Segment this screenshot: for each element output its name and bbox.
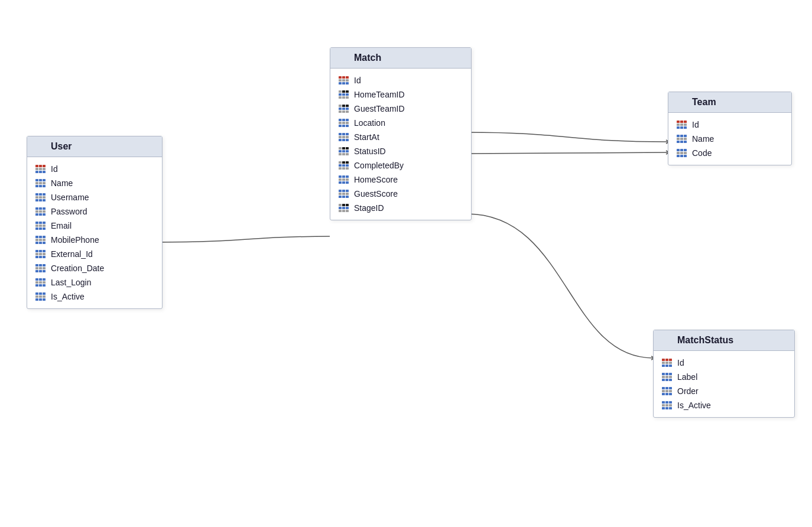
table-row: Id [27,162,162,176]
user-table-header: User [27,136,162,157]
field-name: HomeScore [354,175,398,184]
table-row: StageID [330,201,471,215]
table-row: External_Id [27,247,162,261]
table-row: Order [654,384,794,398]
field-name: Is_Active [51,292,85,301]
table-row: GuestScore [330,187,471,201]
field-name: MobilePhone [51,235,99,245]
user-table: User Id Name Username Password Email [27,136,163,309]
field-name: GuestTeamID [354,104,405,113]
matchstatus-table: MatchStatus Id Label Order Is_Active [653,330,795,418]
field-name: StatusID [354,147,386,156]
table-row: Creation_Date [27,261,162,275]
diagram-canvas: User Id Name Username Password Email [0,0,812,527]
field-name: Id [692,120,699,129]
table-row: Label [654,370,794,384]
field-name: Email [51,221,72,230]
table-row: HomeTeamID [330,87,471,102]
field-name: External_Id [51,249,93,259]
table-row: Name [668,132,791,146]
field-name: HomeTeamID [354,90,405,99]
table-row: Id [668,118,791,132]
table-row: MobilePhone [27,233,162,247]
match-table-title: Match [354,53,381,63]
team-table: Team Id Name Code [668,92,792,165]
team-table-body: Id Name Code [668,113,791,165]
table-row: Last_Login [27,275,162,289]
field-name: Code [692,148,712,158]
table-row: Password [27,204,162,219]
table-row: Is_Active [654,398,794,412]
table-row: HomeScore [330,173,471,187]
field-name: Name [51,178,73,188]
team-table-icon [675,97,687,107]
table-row: Id [654,356,794,370]
table-row: CompletedBy [330,158,471,173]
field-name: Id [51,164,58,174]
table-row: Name [27,176,162,190]
table-row: Id [330,73,471,87]
field-name: Creation_Date [51,264,104,273]
user-table-title: User [51,141,72,152]
field-name: Password [51,207,87,216]
field-name: Label [677,372,697,382]
team-table-header: Team [668,92,791,113]
table-row: Location [330,116,471,130]
match-table-icon [337,53,349,63]
match-table-header: Match [330,48,471,69]
field-name: Order [677,386,699,396]
field-name: Id [354,76,361,85]
field-name: Last_Login [51,278,92,287]
user-table-body: Id Name Username Password Email MobilePh… [27,157,162,308]
field-name: Location [354,118,385,128]
table-row: Is_Active [27,289,162,304]
table-row: Code [668,146,791,160]
table-row: Email [27,219,162,233]
field-name: CompletedBy [354,161,404,170]
matchstatus-table-header: MatchStatus [654,330,794,351]
match-table-body: Id HomeTeamID GuestTeamID Location Start… [330,69,471,220]
table-row: GuestTeamID [330,102,471,116]
matchstatus-table-title: MatchStatus [677,335,733,346]
matchstatus-table-icon [661,336,673,345]
user-table-icon [34,142,46,151]
team-table-title: Team [692,97,716,108]
field-name: Username [51,193,89,202]
table-row: StartAt [330,130,471,144]
matchstatus-table-body: Id Label Order Is_Active [654,351,794,417]
field-name: GuestScore [354,189,398,199]
field-name: StageID [354,203,384,213]
field-name: Is_Active [677,401,711,410]
field-name: Name [692,134,714,144]
table-row: StatusID [330,144,471,158]
field-name: StartAt [354,132,379,142]
field-name: Id [677,358,684,367]
match-table: Match Id HomeTeamID GuestTeamID Location… [330,47,472,220]
table-row: Username [27,190,162,204]
